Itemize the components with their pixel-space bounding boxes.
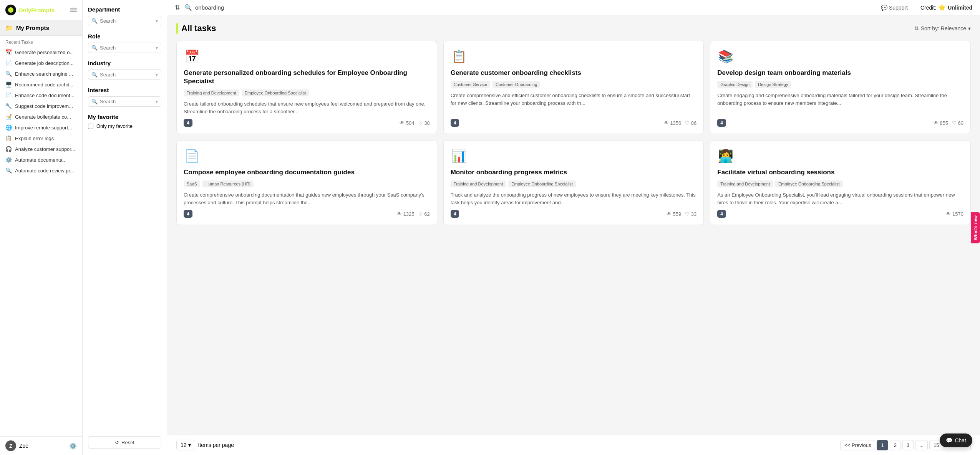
items-per-page-label: Items per page [198,442,234,448]
card-stats: 👁 1570 [946,211,963,217]
chat-button[interactable]: 💬 Chat [940,433,972,447]
task-card[interactable]: 📄 Compose employee onboarding documentat… [176,140,437,225]
card-tag: Human Resources (HR) [202,180,254,187]
role-search-box[interactable]: 🔍 ▾ [88,43,161,53]
card-stats: 👁 1356 ♡ 86 [664,120,697,126]
page-1-button[interactable]: 1 [877,440,888,450]
only-my-favorite-checkbox[interactable] [88,124,93,129]
per-page-select[interactable]: 12 ▾ [176,440,195,450]
sidebar-task-item[interactable]: 📅Generate personalized o... [0,47,82,58]
support-link[interactable]: 💬 Support [881,5,908,11]
sidebar-task-item[interactable]: 🌐Improve remote support... [0,122,82,133]
card-description: Create comprehensive and efficient custo… [451,92,697,107]
my-favorite-label: My favorite [88,114,161,120]
my-prompts-button[interactable]: 📁 My Prompts [0,20,82,36]
department-search-box[interactable]: 🔍 ▾ [88,16,161,26]
page-2-button[interactable]: 2 [890,440,901,450]
card-title: Generate customer onboarding checklists [451,69,697,77]
interest-filter: Interest 🔍 ▾ [88,87,161,107]
role-chevron-icon: ▾ [156,45,158,51]
card-tag: Training and Development [451,180,506,187]
interest-search-box[interactable]: 🔍 ▾ [88,96,161,107]
support-icon: 💬 [881,5,887,11]
all-tasks-label: All tasks [181,23,216,33]
page-ellipsis[interactable]: ... [915,440,928,450]
department-search-input[interactable] [100,18,153,24]
topbar-right: 💬 Support Credit: ⭐ Unlimited [881,4,972,11]
hamburger-menu-button[interactable] [70,8,77,12]
user-info: Z Zoe [5,440,28,451]
per-page-value: 12 [181,442,187,448]
task-icon: 🔧 [5,103,12,109]
task-label: Explain error logs [15,136,54,141]
sort-relevance-button[interactable]: ⇅ Sort by: Relevance ▾ [914,25,971,31]
sidebar-task-item[interactable]: 📄Generate job description... [0,58,82,68]
sidebar-task-item[interactable]: 📋Explain error logs [0,133,82,144]
industry-search-input[interactable] [100,72,153,78]
card-likes: ♡ 60 [952,120,963,126]
reset-button[interactable]: ↺ Reset [88,436,161,449]
sidebar-header: OnlyPrompts [0,0,82,20]
card-tag: Employee Onboarding Specialist [508,180,576,187]
industry-search-box[interactable]: 🔍 ▾ [88,69,161,80]
card-footer: 4 👁 559 ♡ 33 [451,210,697,218]
cards-grid: 📅 Generate personalized onboarding sched… [176,41,971,225]
card-tags: Training and DevelopmentEmployee Onboard… [184,89,430,96]
logo-prompts: Prompts [31,7,55,13]
task-icon: 📝 [5,114,12,120]
card-title: Monitor onboarding progress metrics [451,168,697,177]
recent-tasks-label: Recent Tasks [0,36,82,47]
sort-icon[interactable]: ⇅ [175,4,180,11]
card-tag: Graphic Design [717,81,753,88]
sidebar-task-item[interactable]: 🔧Suggest code improvem... [0,101,82,111]
card-icon: 📄 [184,147,201,164]
logo[interactable]: OnlyPrompts [5,5,55,15]
task-icon: 📄 [5,92,12,98]
card-footer: 4 👁 855 ♡ 60 [717,119,963,127]
sidebar-task-item[interactable]: 🎧Analyze customer suppor... [0,144,82,154]
sidebar-task-item[interactable]: 🖥️Recommend code archit... [0,79,82,90]
pagination-bar: 12 ▾ Items per page << Previous123...15N… [167,435,980,455]
task-card[interactable]: 📊 Monitor onboarding progress metrics Tr… [443,140,704,225]
reset-label: Reset [121,440,134,445]
task-icon: 🎧 [5,146,12,152]
support-label: Support [889,5,908,11]
all-tasks-header: All tasks ⇅ Sort by: Relevance ▾ [176,23,971,34]
card-tag: Training and Development [717,180,773,187]
prev-page-button[interactable]: << Previous [840,440,875,450]
logo-inner [8,7,13,13]
task-label: Analyze customer suppor... [15,146,75,152]
sidebar-task-item[interactable]: 🔍Automate code review pr... [0,165,82,176]
task-card[interactable]: 📚 Develop design team onboarding materia… [710,41,971,134]
task-card[interactable]: 📅 Generate personalized onboarding sched… [176,41,437,134]
task-icon: 📄 [5,60,12,66]
card-tag: Design Strategy [755,81,791,88]
task-label: Automate code review pr... [15,168,74,174]
card-level: 4 [717,119,726,127]
card-stats: 👁 559 ♡ 33 [667,211,696,217]
industry-chevron-icon: ▾ [156,72,158,78]
role-search-input[interactable] [100,45,153,51]
search-input[interactable] [195,4,268,11]
settings-icon[interactable]: ⚙️ [69,442,77,450]
card-footer: 4 👁 1325 ♡ 62 [184,210,430,218]
task-card[interactable]: 👩‍💻 Facilitate virtual onboarding sessio… [710,140,971,225]
card-icon: 📋 [451,48,468,65]
task-card[interactable]: 📋 Generate customer onboarding checklist… [443,41,704,134]
logo-only: Only [18,7,31,13]
all-tasks-title: All tasks [176,23,216,34]
sidebar-footer: Z Zoe ⚙️ [0,436,82,455]
sidebar-task-item[interactable]: 📄Enhance code document... [0,90,82,101]
sidebar-task-item[interactable]: ⚙️Automate documenta... [0,154,82,165]
role-label: Role [88,33,161,40]
card-description: Create tailored onboarding schedules tha… [184,100,430,115]
task-icon: 🔍 [5,71,12,77]
sidebar-task-item[interactable]: 🔍Enhance search engine ... [0,68,82,79]
task-label: Suggest code improvem... [15,103,73,109]
avatar: Z [5,440,16,451]
interest-search-input[interactable] [100,99,153,104]
page-3-button[interactable]: 3 [902,440,914,450]
whats-new-tab[interactable]: What's new [971,212,980,243]
sidebar-task-item[interactable]: 📝Generate boilerplate co... [0,111,82,122]
task-label: Improve remote support... [15,125,72,131]
